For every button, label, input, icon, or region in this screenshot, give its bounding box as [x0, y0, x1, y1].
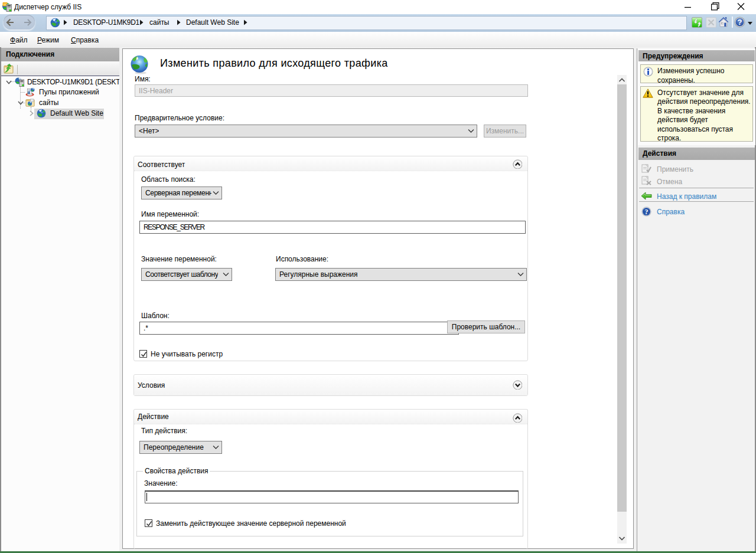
svg-text:?: ? — [738, 18, 742, 27]
svg-text:?: ? — [645, 208, 649, 216]
